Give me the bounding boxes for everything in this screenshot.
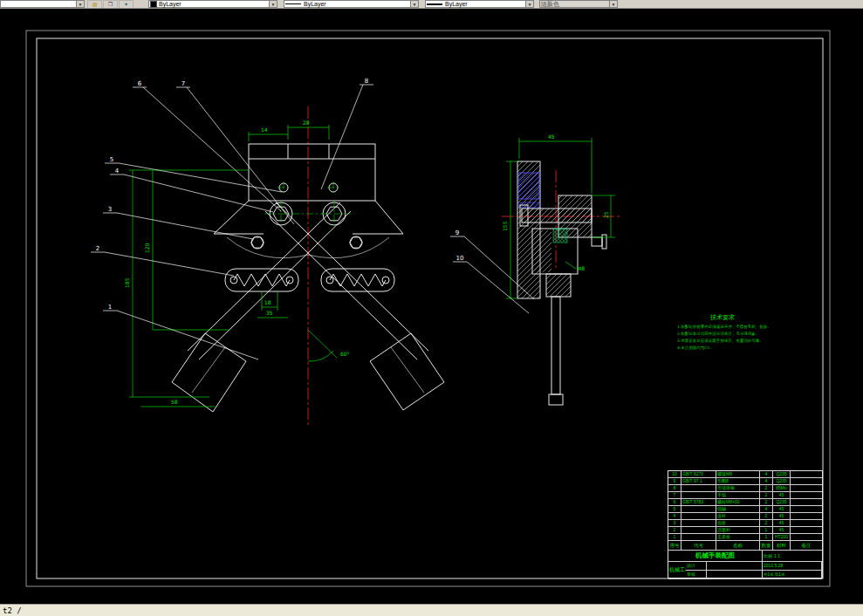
bom-cell [681, 506, 716, 513]
plotstyle-control-dropdown: 随颜色 ▼ [539, 0, 618, 8]
dim-label: M8 [577, 265, 585, 271]
bom-cell [791, 520, 822, 527]
bom-cell: 45 [773, 527, 791, 534]
note-line: 4.未注倒角均为C1。 [677, 346, 714, 351]
callout-number: 10 [456, 255, 464, 262]
plotstyle-control-value: 随颜色 [541, 0, 559, 9]
color-control-value: ByLayer [159, 1, 182, 7]
bom-cell: HT200 [773, 534, 791, 541]
chevron-down-icon[interactable]: ▼ [269, 1, 277, 7]
bom-cell: 7 [668, 492, 681, 499]
lineweight-control-value: ByLayer [445, 1, 468, 7]
callout-number: 3 [108, 206, 112, 213]
chevron-down-icon[interactable]: ▼ [525, 1, 533, 7]
bom-cell [791, 485, 822, 492]
bom-cell: 8 [668, 485, 681, 492]
dim-label: 185 [124, 277, 130, 288]
bom-cell [681, 534, 716, 541]
bom-cell: 2 [760, 499, 773, 506]
dim-label: 25 [603, 211, 609, 218]
bom-cell: 垫圈8 [716, 478, 760, 485]
bom-cell [791, 478, 822, 485]
scale-label: 比例 [764, 552, 772, 560]
bom-cell [681, 513, 716, 520]
callout-number: 1 [108, 304, 112, 311]
color-control-dropdown[interactable]: ByLayer ▼ [148, 0, 277, 8]
bom-cell: 4 [760, 471, 773, 478]
layer-control-dropdown[interactable]: ▼ [0, 0, 85, 8]
bom-cell [791, 492, 822, 499]
bom-header-cell: 序号 [668, 541, 681, 551]
linetype-control-dropdown[interactable]: ByLayer ▼ [284, 0, 419, 8]
note-line: 1.装配前所有零件必须清洗干净，不得有毛刺、杂质。 [677, 324, 771, 330]
bom-cell: 活塞杆 [716, 527, 760, 534]
bom-row: 5销轴445 [668, 506, 822, 513]
bom-cell: 45 [773, 520, 791, 527]
bom-row: 10GB/T 6170螺母M84Q235 [668, 471, 822, 478]
bom-cell: 2 [760, 513, 773, 520]
bom-header-cell: 数量 [760, 541, 773, 551]
bom-cell: 2 [668, 527, 681, 534]
dim-label: 120 [144, 243, 150, 253]
make-layer-current-icon[interactable]: ▨ [87, 0, 102, 9]
bom-row: 7手指245 [668, 492, 822, 499]
bom-cell [681, 485, 716, 492]
drawing-canvas[interactable]: 28 14 120 185 58 18 35 60° [0, 9, 863, 604]
bom-cell: Q235 [773, 471, 791, 478]
layer-states-icon[interactable]: ✦ [119, 0, 134, 9]
bom-row: 9GB/T 97.1垫圈84Q235 [668, 478, 822, 485]
bom-cell: 45 [773, 513, 791, 520]
bom-cell: GB/T 6170 [681, 471, 716, 478]
part-callouts: 1 2 3 4 5 6 7 8 9 10 [91, 78, 534, 359]
bom-cell [681, 527, 716, 534]
dim-label: 60° [340, 351, 350, 357]
dim-label: 28 [303, 120, 310, 126]
bom-cell: 4 [760, 478, 773, 485]
bom-cell: 指座 [716, 520, 760, 527]
dim-label: 58 [171, 399, 178, 405]
chevron-down-icon[interactable]: ▼ [76, 1, 84, 7]
bom-header-cell: 名称 [716, 541, 760, 551]
bom-cell: 销轴 [716, 506, 760, 513]
bom-cell: 1 [760, 527, 773, 534]
callout-number: 8 [365, 78, 368, 85]
bom-cell: 45 [773, 506, 791, 513]
bom-header-cell: 备注 [791, 541, 822, 551]
dim-label: 14 [261, 127, 268, 133]
linetype-control-value: ByLayer [304, 1, 326, 7]
bom-cell: 螺栓M8×30 [716, 499, 760, 506]
bom-row: 8压缩弹簧265Mn [668, 485, 822, 492]
color-swatch [150, 1, 157, 8]
callout-number: 4 [115, 168, 120, 175]
properties-toolbar: ▼ ▨ ❐ ✦ ByLayer ▼ ByLayer ▼ ByLayer ▼ 随颜… [0, 0, 863, 9]
command-line-bar[interactable]: t2 / [0, 604, 863, 616]
bom-cell: 螺母M8 [716, 471, 760, 478]
bom-cell [681, 520, 716, 527]
note-line: 3.弹簧安装后应保证两手指张开、夹紧动作可靠。 [677, 338, 764, 343]
lineweight-control-dropdown[interactable]: ByLayer ▼ [425, 0, 534, 8]
callout-number: 5 [110, 156, 113, 163]
bom-cell: 手指 [716, 492, 760, 499]
title-block: 10GB/T 6170螺母M84Q2359GB/T 97.1垫圈84Q2358压… [668, 470, 823, 578]
bom-cell: 3 [668, 520, 681, 527]
bom-cell [791, 506, 822, 513]
bom-row: 4连杆245 [668, 513, 822, 520]
technical-notes: 技术要求 1.装配前所有零件必须清洗干净，不得有毛刺、杂质。 2.装配后各运动部… [677, 314, 771, 351]
bom-cell: 2 [760, 485, 773, 492]
bom-cell: 1 [668, 534, 681, 541]
side-view [502, 161, 620, 405]
note-line: 2.装配后各运动部件应运动灵活，无卡滞现象。 [677, 331, 759, 336]
layer-previous-icon[interactable]: ❐ [103, 0, 118, 9]
dim-label: 155 [502, 221, 508, 231]
dim-label: 35 [266, 310, 273, 316]
linetype-sample [285, 3, 301, 4]
chevron-down-icon[interactable]: ▼ [410, 1, 418, 7]
title-area: 机械手装配图 比例 1:1 设计 2013.5.28 机械工程学院 审核 共1张… [668, 551, 822, 579]
bom-cell [791, 534, 822, 541]
front-view-dimensions: 28 14 120 185 58 18 35 60° [124, 120, 350, 407]
bom-cell [791, 471, 822, 478]
design-name-cell [707, 562, 763, 571]
bom-cell: 4 [668, 513, 681, 520]
bom-cell: 10 [668, 471, 681, 478]
bom-cell: 支承座 [716, 534, 760, 541]
